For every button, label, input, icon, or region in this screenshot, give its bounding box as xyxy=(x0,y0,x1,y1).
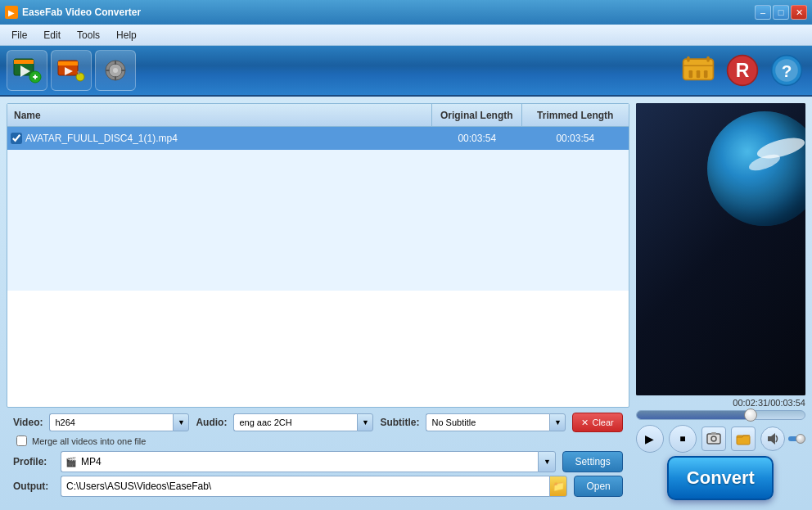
media-controls-row: Video: ▼ Audio: ▼ Subtitle: ▼ ✕ Clear xyxy=(13,413,623,432)
svg-rect-17 xyxy=(121,70,125,71)
toolbar-right: R ? xyxy=(679,52,805,89)
svg-rect-23 xyxy=(687,56,689,62)
settings-button[interactable]: Settings xyxy=(562,451,622,472)
video-progress-thumb[interactable] xyxy=(744,408,757,422)
video-dropdown-arrow[interactable]: ▼ xyxy=(173,413,189,431)
minimize-button[interactable]: – xyxy=(755,5,771,20)
svg-text:?: ? xyxy=(782,61,792,80)
svg-rect-7 xyxy=(58,61,78,65)
add-video-button[interactable] xyxy=(7,50,47,91)
svg-rect-1 xyxy=(14,60,34,64)
profile-icon: 🎬 xyxy=(65,457,77,467)
output-input[interactable] xyxy=(61,476,549,497)
table-row[interactable]: AVATAR_FUULL_DISC4_1(1).mp4 00:03:54 00:… xyxy=(7,127,629,150)
file-name: AVATAR_FUULL_DISC4_1(1).mp4 xyxy=(25,133,178,144)
svg-rect-5 xyxy=(34,74,36,79)
svg-rect-14 xyxy=(115,61,116,65)
stop-button[interactable]: ■ xyxy=(669,425,697,453)
svg-rect-16 xyxy=(106,70,110,71)
svg-text:R: R xyxy=(736,60,750,81)
video-controls: ▶ ■ xyxy=(636,425,805,453)
col-name-header: Name xyxy=(7,104,432,126)
merge-label: Merge all videos into one file xyxy=(32,436,146,446)
convert-area: Convert xyxy=(636,453,805,503)
screenshot-button[interactable] xyxy=(701,427,726,451)
video-time: 00:02:31/00:03:54 xyxy=(636,398,805,408)
video-dropdown-wrap: ▼ xyxy=(49,413,189,431)
svg-rect-21 xyxy=(697,70,701,78)
menubar: File Edit Tools Help xyxy=(0,25,812,46)
clear-button[interactable]: ✕ Clear xyxy=(572,413,622,432)
settings-toolbar-button[interactable] xyxy=(95,50,136,91)
profile-row: Profile: 🎬 ▼ Settings xyxy=(13,451,623,472)
titlebar-left: ▶ EaseFab Video Converter xyxy=(5,6,141,19)
file-panel: Name Original Length Trimmed Length AVAT… xyxy=(0,97,633,510)
clear-label: Clear xyxy=(592,417,613,427)
svg-rect-20 xyxy=(689,70,693,78)
svg-marker-34 xyxy=(768,433,775,445)
file-list-body: AVATAR_FUULL_DISC4_1(1).mp4 00:03:54 00:… xyxy=(7,127,629,291)
svg-rect-22 xyxy=(704,70,708,78)
buy-button[interactable] xyxy=(679,52,717,89)
subtitle-dropdown-arrow[interactable]: ▼ xyxy=(549,413,566,431)
output-input-wrap: 📁 xyxy=(61,476,567,497)
svg-point-13 xyxy=(113,68,118,73)
audio-dropdown-input[interactable] xyxy=(233,413,357,431)
file-table-header: Name Original Length Trimmed Length xyxy=(7,104,629,127)
video-progress-fill xyxy=(637,411,751,419)
subtitle-label: Subtitle: xyxy=(380,417,419,428)
svg-rect-30 xyxy=(707,434,720,444)
video-preview xyxy=(636,103,805,395)
video-progress-bar[interactable] xyxy=(636,410,805,420)
menu-tools[interactable]: Tools xyxy=(69,27,108,43)
col-trim-header: Trimmed Length xyxy=(522,104,629,126)
file-table: Name Original Length Trimmed Length AVAT… xyxy=(7,103,629,408)
svg-rect-15 xyxy=(115,76,116,80)
profile-input-wrap: 🎬 ▼ xyxy=(61,451,556,472)
svg-point-9 xyxy=(76,73,84,81)
menu-file[interactable]: File xyxy=(3,27,35,43)
play-button[interactable]: ▶ xyxy=(636,425,664,453)
help-button[interactable]: ? xyxy=(768,52,805,89)
titlebar: ▶ EaseFab Video Converter – □ ✕ xyxy=(0,0,812,25)
col-orig-header: Original Length xyxy=(432,104,522,126)
bottom-controls: Video: ▼ Audio: ▼ Subtitle: ▼ ✕ Clear xyxy=(7,408,629,503)
file-orig-length: 00:03:54 xyxy=(432,133,522,144)
convert-button[interactable]: Convert xyxy=(667,456,774,500)
audio-label: Audio: xyxy=(196,417,227,428)
audio-dropdown-wrap: ▼ xyxy=(233,413,373,431)
subtitle-dropdown-wrap: ▼ xyxy=(426,413,566,431)
profile-input[interactable] xyxy=(61,451,538,472)
volume-button[interactable] xyxy=(760,427,785,451)
window-controls: – □ ✕ xyxy=(755,5,807,20)
open-button[interactable]: Open xyxy=(574,476,622,497)
svg-rect-24 xyxy=(706,56,709,62)
right-section: 00:02:31/00:03:54 ▶ ■ xyxy=(633,97,812,510)
register-button[interactable]: R xyxy=(724,52,761,89)
volume-slider[interactable] xyxy=(788,436,805,441)
merge-checkbox[interactable] xyxy=(16,436,27,446)
file-checkbox[interactable] xyxy=(11,133,22,144)
svg-rect-32 xyxy=(711,432,716,435)
merge-row: Merge all videos into one file xyxy=(13,436,623,446)
menu-help[interactable]: Help xyxy=(108,27,145,43)
video-dropdown-input[interactable] xyxy=(49,413,173,431)
close-button[interactable]: ✕ xyxy=(791,5,807,20)
volume-thumb[interactable] xyxy=(796,434,805,444)
app-icon: ▶ xyxy=(5,6,18,19)
output-folder-icon[interactable]: 📁 xyxy=(549,476,567,497)
subtitle-dropdown-input[interactable] xyxy=(426,413,549,431)
profile-arrow[interactable]: ▼ xyxy=(538,451,556,472)
audio-dropdown-arrow[interactable]: ▼ xyxy=(357,413,373,431)
file-row-name: AVATAR_FUULL_DISC4_1(1).mp4 xyxy=(7,133,432,144)
output-row: Output: 📁 Open xyxy=(13,476,623,497)
restore-button[interactable]: □ xyxy=(773,5,789,20)
toolbar: R ? xyxy=(0,46,812,97)
add-dvd-button[interactable] xyxy=(51,50,92,91)
main-area: Name Original Length Trimmed Length AVAT… xyxy=(0,97,812,510)
menu-edit[interactable]: Edit xyxy=(35,27,69,43)
profile-label: Profile: xyxy=(13,456,54,467)
video-label: Video: xyxy=(13,417,43,428)
open-folder-button[interactable] xyxy=(731,427,756,451)
volume-control xyxy=(760,427,805,451)
